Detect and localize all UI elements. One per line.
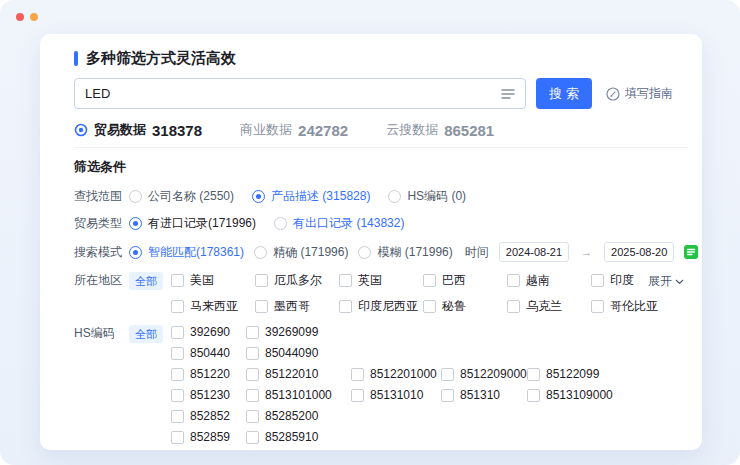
search-input[interactable] — [85, 86, 501, 101]
checkbox-hs-code[interactable]: 8513109000 — [527, 388, 613, 402]
radio-label: 智能匹配(178361) — [148, 244, 244, 261]
radio-circle — [129, 190, 142, 203]
hs-code-label: 8513101000 — [265, 388, 332, 402]
page-title: 多种筛选方式灵活高效 — [86, 49, 236, 68]
radio-fuzzy[interactable]: 模糊 (171996) — [358, 244, 452, 261]
checkbox-box — [507, 274, 520, 287]
window-close-dot[interactable] — [16, 13, 24, 21]
hs-row: 852859 85285910 — [171, 430, 613, 444]
filter-label-region: 所在地区 — [74, 272, 129, 289]
radio-label: 模糊 (171996) — [377, 244, 452, 261]
fill-guide-label: 填写指南 — [625, 85, 673, 102]
hs-code-label: 8512201000 — [370, 367, 437, 381]
radio-hs-code[interactable]: HS编码 (0) — [388, 188, 466, 205]
radio-product-desc[interactable]: 产品描述 (315828) — [252, 188, 370, 205]
window-minimize-dot[interactable] — [30, 13, 38, 21]
hs-code-label: 850440 — [190, 346, 230, 360]
checkbox-label: 越南 — [526, 272, 550, 289]
radio-exact[interactable]: 精确 (171996) — [254, 244, 348, 261]
hs-code-label: 852852 — [190, 409, 230, 423]
checkbox-region[interactable]: 秘鲁 — [423, 298, 507, 315]
checkbox-hs-code[interactable]: 8512209000 — [441, 367, 527, 381]
hs-code-label: 85122010 — [265, 367, 318, 381]
checkbox-hs-code[interactable]: 392690 — [171, 325, 246, 339]
hs-code-label: 8513109000 — [546, 388, 613, 402]
checkbox-hs-code[interactable]: 85285200 — [246, 409, 351, 423]
radio-circle — [388, 190, 401, 203]
filter-row-search-mode: 搜索模式 智能匹配(178361) 精确 (171996) 模糊 (171996… — [74, 242, 688, 262]
checkbox-label: 厄瓜多尔 — [274, 272, 322, 289]
checkbox-region[interactable]: 印度尼西亚 — [339, 298, 423, 315]
quick-options-icon — [684, 245, 698, 259]
checkbox-hs-code[interactable]: 852859 — [171, 430, 246, 444]
checkbox-hs-code[interactable]: 850440 — [171, 346, 246, 360]
checkbox-hs-code[interactable]: 85122010 — [246, 367, 351, 381]
checkbox-region[interactable]: 乌克兰 — [507, 298, 591, 315]
hs-code-label: 851220 — [190, 367, 230, 381]
checkbox-hs-code[interactable]: 39269099 — [246, 325, 351, 339]
content-card: 多种筛选方式灵活高效 搜 索 填写指南 贸易数据 — [40, 34, 702, 450]
radio-circle-checked — [129, 246, 142, 259]
hs-code-label: 392690 — [190, 325, 230, 339]
checkbox-region[interactable]: 英国 — [339, 272, 423, 289]
fill-guide-link[interactable]: 填写指南 — [606, 85, 673, 102]
checkbox-box — [351, 389, 364, 402]
filter-lines-icon[interactable] — [501, 88, 515, 100]
checkbox-hs-code[interactable]: 851230 — [171, 388, 246, 402]
checkbox-hs-code[interactable]: 85044090 — [246, 346, 351, 360]
checkbox-box — [171, 300, 184, 313]
quick-options-link[interactable]: 快捷选项 — [684, 244, 702, 261]
checkbox-hs-code[interactable]: 852852 — [171, 409, 246, 423]
checkbox-box — [246, 326, 259, 339]
date-start-input[interactable]: 2024-08-21 — [499, 242, 569, 262]
checkbox-region[interactable]: 哥伦比亚 — [591, 298, 675, 315]
page-header: 多种筛选方式灵活高效 — [74, 49, 688, 68]
tab-trade-data[interactable]: 贸易数据 318378 — [74, 121, 202, 139]
filter-label-search-mode: 搜索模式 — [74, 244, 129, 261]
checkbox-hs-code[interactable]: 85122099 — [527, 367, 599, 381]
checkbox-box — [246, 431, 259, 444]
checkbox-hs-code[interactable]: 8512201000 — [351, 367, 441, 381]
radio-has-export[interactable]: 有出口记录 (143832) — [274, 215, 404, 232]
hs-all-badge[interactable]: 全部 — [129, 325, 163, 343]
region-all-badge[interactable]: 全部 — [129, 272, 163, 290]
radio-label: 公司名称 (2550) — [148, 188, 234, 205]
tab-cloud-data[interactable]: 云搜数据 865281 — [386, 121, 494, 139]
checkbox-region[interactable]: 厄瓜多尔 — [255, 272, 339, 289]
hs-code-label: 39269099 — [265, 325, 318, 339]
radio-has-import[interactable]: 有进口记录(171996) — [129, 215, 256, 232]
checkbox-region[interactable]: 巴西 — [423, 272, 507, 289]
checkbox-hs-code[interactable]: 851310 — [441, 388, 527, 402]
checkbox-box — [171, 368, 184, 381]
checkbox-label: 墨西哥 — [274, 298, 310, 315]
checkbox-box — [246, 410, 259, 423]
hs-code-label: 851310 — [460, 388, 500, 402]
checkbox-box — [591, 274, 604, 287]
hs-code-label: 85044090 — [265, 346, 318, 360]
tab-business-data[interactable]: 商业数据 242782 — [240, 121, 348, 139]
radio-circle-checked — [252, 190, 265, 203]
radio-label: 产品描述 (315828) — [271, 188, 370, 205]
radio-smart-match[interactable]: 智能匹配(178361) — [129, 244, 244, 261]
checkbox-region[interactable]: 美国 — [171, 272, 255, 289]
date-end-input[interactable]: 2025-08-20 — [604, 242, 674, 262]
checkbox-hs-code[interactable]: 85131010 — [351, 388, 441, 402]
checkbox-region[interactable]: 墨西哥 — [255, 298, 339, 315]
checkbox-hs-code[interactable]: 8513101000 — [246, 388, 351, 402]
expand-link[interactable]: 展开 — [648, 273, 684, 290]
checkbox-region[interactable]: 马来西亚 — [171, 298, 255, 315]
checkbox-hs-code[interactable]: 851220 — [171, 367, 246, 381]
filter-row-hs-code: HS编码 全部 392690 39269099 850440 85044090 … — [74, 325, 688, 444]
checkbox-box — [423, 274, 436, 287]
checkbox-hs-code[interactable]: 85285910 — [246, 430, 351, 444]
checkbox-region[interactable]: 越南 — [507, 272, 591, 289]
radio-circle — [254, 246, 267, 259]
filter-row-region: 所在地区 全部 美国 厄瓜多尔 英国 巴西 越南 印度 马来西亚 墨西哥 印度尼… — [74, 272, 688, 315]
checkbox-box — [171, 431, 184, 444]
checkbox-label: 印度尼西亚 — [358, 298, 418, 315]
checkbox-box — [171, 326, 184, 339]
checkbox-box — [171, 274, 184, 287]
radio-company-name[interactable]: 公司名称 (2550) — [129, 188, 234, 205]
search-button[interactable]: 搜 索 — [536, 78, 592, 109]
checkbox-label: 马来西亚 — [190, 298, 238, 315]
